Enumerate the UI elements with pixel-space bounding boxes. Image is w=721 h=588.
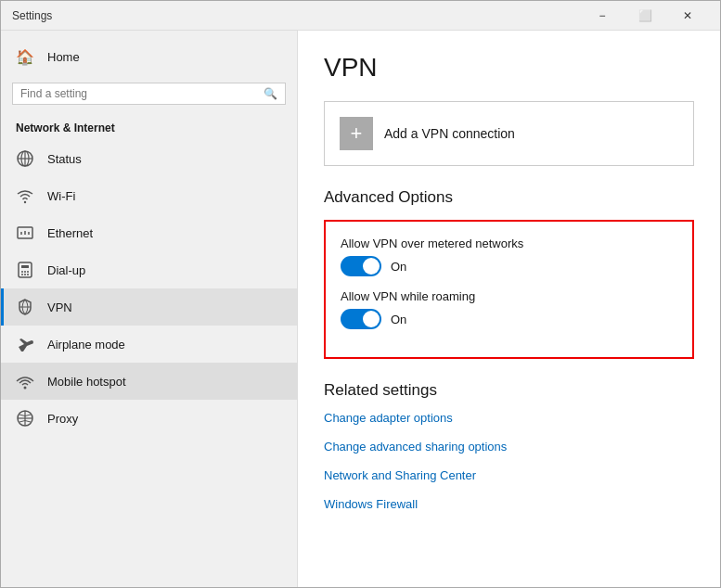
toggle-roaming[interactable]: [341, 309, 381, 329]
link-network-center[interactable]: Network and Sharing Center: [324, 468, 694, 482]
status-label: Status: [47, 152, 82, 166]
wifi-icon: [16, 186, 34, 205]
hotspot-icon: [16, 372, 34, 390]
sidebar-item-dialup[interactable]: Dial-up: [1, 251, 297, 288]
status-icon: [16, 149, 34, 168]
sidebar-item-vpn[interactable]: VPN: [1, 288, 297, 326]
sidebar-item-hotspot[interactable]: Mobile hotspot: [1, 363, 297, 400]
airplane-label: Airplane mode: [47, 338, 125, 352]
toggle-roaming-label: Allow VPN while roaming: [341, 289, 677, 303]
link-windows-firewall[interactable]: Windows Firewall: [324, 497, 694, 511]
svg-point-4: [24, 201, 26, 203]
svg-point-12: [24, 271, 26, 273]
sidebar-item-proxy[interactable]: Proxy: [1, 400, 297, 437]
toggle-metered-label: Allow VPN over metered networks: [341, 236, 677, 250]
page-title: VPN: [324, 53, 694, 83]
sidebar-item-wifi[interactable]: Wi-Fi: [1, 177, 297, 214]
window-content: 🏠 Home 🔍 Network & Internet Status: [1, 31, 720, 587]
svg-point-13: [27, 271, 29, 273]
sidebar-home-label: Home: [47, 50, 80, 64]
settings-window: Settings − ⬜ ✕ 🏠 Home 🔍 Network & Intern…: [0, 0, 721, 588]
toggle-roaming-row: Allow VPN while roaming On: [341, 289, 677, 329]
window-controls: − ⬜ ✕: [581, 1, 709, 31]
advanced-options-title: Advanced Options: [324, 188, 694, 207]
link-adapter-options[interactable]: Change adapter options: [324, 411, 694, 425]
add-icon: +: [340, 117, 373, 150]
toggle-roaming-state: On: [391, 313, 406, 326]
proxy-label: Proxy: [47, 412, 78, 426]
svg-point-18: [24, 387, 27, 390]
close-button[interactable]: ✕: [666, 1, 709, 31]
proxy-icon: [16, 409, 34, 428]
ethernet-icon: [16, 224, 34, 242]
vpn-icon: [16, 298, 34, 316]
maximize-button[interactable]: ⬜: [624, 1, 666, 31]
sidebar-search-box[interactable]: 🔍: [12, 83, 286, 105]
sidebar-section-title: Network & Internet: [1, 116, 297, 140]
search-input[interactable]: [20, 87, 264, 100]
toggle-roaming-control: On: [341, 309, 677, 329]
svg-rect-10: [21, 265, 29, 268]
svg-point-11: [21, 271, 23, 273]
svg-point-14: [21, 274, 23, 275]
toggle-metered[interactable]: [341, 256, 381, 276]
sidebar: 🏠 Home 🔍 Network & Internet Status: [1, 31, 298, 587]
window-title: Settings: [12, 9, 581, 22]
hotspot-label: Mobile hotspot: [47, 375, 126, 389]
search-icon: 🔍: [264, 87, 277, 100]
link-advanced-sharing[interactable]: Change advanced sharing options: [324, 440, 694, 454]
advanced-options-box: Allow VPN over metered networks On Allow…: [324, 220, 694, 359]
main-content: VPN + Add a VPN connection Advanced Opti…: [298, 31, 720, 587]
dialup-label: Dial-up: [47, 263, 85, 277]
toggle-metered-row: Allow VPN over metered networks On: [341, 236, 677, 276]
sidebar-item-airplane[interactable]: Airplane mode: [1, 326, 297, 363]
home-icon: 🏠: [16, 47, 34, 66]
dialup-icon: [16, 261, 34, 279]
wifi-label: Wi-Fi: [47, 189, 75, 203]
ethernet-label: Ethernet: [47, 226, 93, 240]
add-vpn-button[interactable]: + Add a VPN connection: [324, 101, 694, 166]
titlebar: Settings − ⬜ ✕: [1, 1, 720, 31]
related-settings-title: Related settings: [324, 381, 694, 400]
svg-point-15: [24, 274, 26, 275]
airplane-icon: [16, 335, 34, 353]
add-vpn-label: Add a VPN connection: [384, 126, 515, 141]
toggle-metered-control: On: [341, 256, 677, 276]
sidebar-item-home[interactable]: 🏠 Home: [1, 38, 297, 75]
minimize-button[interactable]: −: [581, 1, 624, 31]
sidebar-item-ethernet[interactable]: Ethernet: [1, 214, 297, 251]
sidebar-item-status[interactable]: Status: [1, 140, 297, 177]
toggle-metered-state: On: [391, 260, 406, 274]
vpn-label: VPN: [47, 300, 72, 314]
svg-point-16: [27, 274, 29, 275]
